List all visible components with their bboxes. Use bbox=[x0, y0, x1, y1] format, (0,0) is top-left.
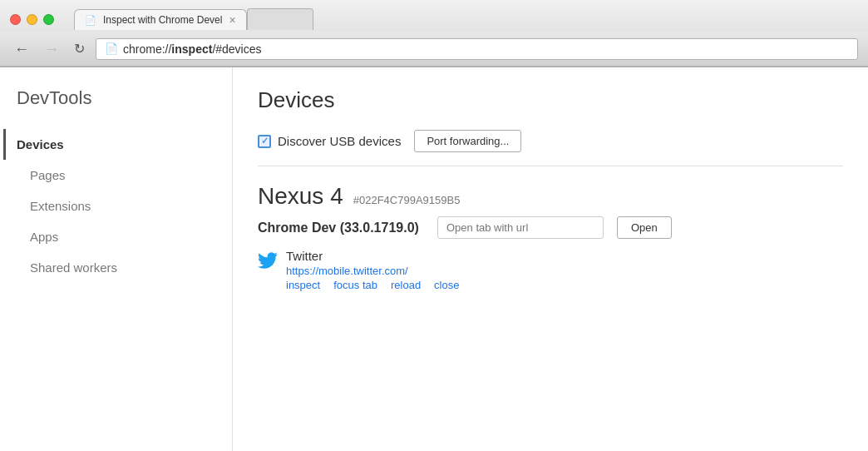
minimize-button[interactable] bbox=[27, 14, 37, 25]
close-button[interactable] bbox=[10, 14, 21, 25]
focus-tab-link[interactable]: focus tab bbox=[333, 279, 377, 291]
sidebar-item-apps[interactable]: Apps bbox=[17, 221, 232, 252]
browser-row: Chrome Dev (33.0.1719.0) Open bbox=[258, 216, 843, 239]
maximize-button[interactable] bbox=[43, 14, 54, 25]
sidebar-item-pages-label: Pages bbox=[30, 168, 66, 182]
tab-close-icon[interactable]: × bbox=[229, 14, 235, 26]
device-name: Nexus 4 bbox=[258, 183, 343, 210]
nav-bar: ← → ↻ 📄 chrome://inspect/#devices bbox=[0, 32, 868, 67]
sidebar-item-devices[interactable]: Devices bbox=[3, 129, 232, 160]
title-bar: 📄 Inspect with Chrome Devel × bbox=[0, 0, 868, 32]
sidebar-item-shared-workers[interactable]: Shared workers bbox=[17, 252, 232, 283]
twitter-icon bbox=[258, 250, 278, 270]
discover-row: Discover USB devices Port forwarding... bbox=[258, 130, 843, 166]
device-id: #022F4C799A9159B5 bbox=[353, 194, 461, 206]
browser-name: Chrome Dev (33.0.1719.0) bbox=[258, 221, 424, 235]
sidebar-title: DevTools bbox=[17, 87, 232, 109]
sidebar-item-extensions-label: Extensions bbox=[30, 199, 91, 213]
refresh-button[interactable]: ↻ bbox=[70, 41, 89, 57]
discover-usb-label: Discover USB devices bbox=[278, 134, 401, 148]
tab-page-title: Twitter bbox=[286, 249, 459, 263]
device-section: Nexus 4 #022F4C799A9159B5 Chrome Dev (33… bbox=[258, 183, 843, 291]
tab-entry: Twitter https://mobile.twitter.com/ insp… bbox=[258, 249, 843, 291]
discover-usb-checkbox-area: Discover USB devices bbox=[258, 134, 401, 148]
page-icon: 📄 bbox=[105, 42, 118, 55]
window-chrome: 📄 Inspect with Chrome Devel × ← → ↻ 📄 ch… bbox=[0, 0, 868, 67]
traffic-lights bbox=[10, 14, 54, 25]
sidebar-item-shared-workers-label: Shared workers bbox=[30, 260, 117, 275]
sidebar-item-devices-label: Devices bbox=[17, 137, 64, 151]
address-text: chrome://inspect/#devices bbox=[123, 42, 262, 56]
address-bar[interactable]: 📄 chrome://inspect/#devices bbox=[96, 38, 858, 60]
main-content: DevTools Devices Pages Extensions Apps S… bbox=[0, 67, 868, 451]
open-tab-button[interactable]: Open bbox=[617, 216, 672, 239]
tab-title: Inspect with Chrome Devel bbox=[103, 14, 222, 26]
tabs-area: 📄 Inspect with Chrome Devel × bbox=[74, 8, 313, 30]
inspect-link[interactable]: inspect bbox=[286, 279, 320, 291]
close-link[interactable]: close bbox=[434, 279, 459, 291]
sidebar-item-extensions[interactable]: Extensions bbox=[17, 191, 232, 221]
reload-link[interactable]: reload bbox=[391, 279, 421, 291]
forward-button[interactable]: → bbox=[40, 40, 63, 58]
sidebar-item-apps-label: Apps bbox=[30, 230, 58, 244]
port-forwarding-button[interactable]: Port forwarding... bbox=[414, 130, 521, 152]
device-header: Nexus 4 #022F4C799A9159B5 bbox=[258, 183, 843, 210]
tab-actions: inspect focus tab reload close bbox=[286, 279, 459, 291]
tab-info: Twitter https://mobile.twitter.com/ insp… bbox=[286, 249, 459, 291]
page-title: Devices bbox=[258, 87, 843, 113]
tab-page-icon: 📄 bbox=[85, 15, 96, 26]
back-button[interactable]: ← bbox=[10, 40, 33, 58]
open-tab-input[interactable] bbox=[437, 216, 604, 239]
tab-url[interactable]: https://mobile.twitter.com/ bbox=[286, 265, 459, 277]
sidebar: DevTools Devices Pages Extensions Apps S… bbox=[0, 67, 233, 451]
new-tab-placeholder[interactable] bbox=[247, 8, 313, 30]
discover-usb-checkbox[interactable] bbox=[258, 135, 271, 148]
sidebar-item-pages[interactable]: Pages bbox=[17, 160, 232, 191]
content-area: Devices Discover USB devices Port forwar… bbox=[233, 67, 868, 451]
active-tab[interactable]: 📄 Inspect with Chrome Devel × bbox=[74, 9, 247, 30]
